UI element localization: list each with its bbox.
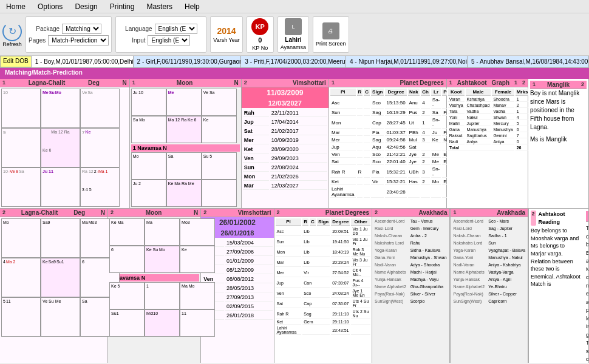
top-navamsa-grid: Mo Sa Su 5 Ju 2 Ke Ma Ra Me [131, 152, 237, 207]
bottom-moon-title: Moon [146, 209, 162, 216]
top-moon-grid: Ju 10 Me Ve Sa Su Mo Ma 12 Ra Ke 6 Ke [131, 89, 237, 143]
right-panels: 2 Ashtakoot Reading Boy belongs to Moosh… [528, 209, 584, 363]
cell-11: 9 [1, 128, 41, 167]
top-avak-header: 1 Avakhada [451, 209, 528, 217]
menu-bar: Home Options Design Printing Masters Hel… [0, 0, 589, 13]
menu-design[interactable]: Design [71, 1, 101, 12]
table-row: SunLib19:41:50Vis 1 Ju Fr [276, 237, 371, 246]
list-item: Ven29/09/2023 [243, 155, 327, 163]
top-ashtak-header: 1 Ashtakoot Graph 1 2 [447, 79, 528, 87]
person-tab-1[interactable]: 1 - Boy,M,01/01/1987,05:00:00,Delhi,Indi… [32, 56, 134, 67]
list-item: Ascendent-LordSco - Mars [452, 218, 526, 224]
list-item: Name Alphabet2Gha-Ghanprabha [373, 284, 448, 290]
top-avak-title: Avakhada [497, 209, 525, 216]
table-row: VenSco21:42:21Jye2MeEn [330, 152, 454, 158]
table-row: SatCap07:36:07Uts 4 Su Fr [276, 299, 371, 308]
top-vimsh-rah-date1: 11/03/2009 [242, 87, 329, 98]
nature-panel: Nature The compatibility between Boy and… [584, 209, 589, 363]
list-item: Yoga-KaranVyaghapat - Balava [452, 248, 526, 254]
top-lagna-header: 1 Lagna-Chalit Deg N [0, 79, 129, 87]
person-tab-2[interactable]: 2 - Girl,F,06/11/1990,19:30:00,Gurgaon,I… [134, 56, 242, 67]
bottom-lagna-n: N [101, 209, 105, 216]
varsh-group: 2014 Varsh Year [210, 16, 242, 53]
pages-select[interactable]: Match-Prediction [48, 35, 109, 46]
lahiri-icon: L [285, 18, 302, 35]
bottom-lagna-title: Lagna-Chalit [21, 209, 58, 216]
bottom-vimsh-header: 2 Vimshottari [201, 209, 273, 217]
nature-header: Nature [586, 211, 589, 222]
refresh-button[interactable]: ↻ Refresh [2, 22, 22, 47]
bottom-lagna-chart: 2 Lagna-Chalit Deg N Mo Sa9 MaMo3 4Ma 2 … [0, 209, 108, 363]
print-screen-group[interactable]: 🖨 Print Screen [313, 16, 349, 53]
table-row: MarLib20:29:24Vis 3 Ju Fr [276, 258, 371, 267]
list-item: Paya(Rasi-Nak)Silver - Copper [452, 291, 526, 297]
input-label: Input [132, 37, 145, 44]
toolbar: ↻ Refresh Package Matching Pages Match-P… [0, 13, 589, 56]
list-item: SunSign(West)Capricorn [452, 298, 526, 305]
top-row: 1 Lagna-Chalit Deg N 10 Me Su [0, 79, 589, 209]
top-manglik-header: 1 Manglik 2 [530, 81, 587, 89]
ayanamsa-group: L Lahiri Ayanamsa [277, 16, 309, 53]
list-item: Rah22/11/2011 [243, 109, 327, 117]
cell-9: Ju 11 [41, 167, 80, 207]
list-item: Naksh-CharanArdra - 2 [373, 233, 448, 239]
print-screen-label: Print Screen [316, 41, 346, 47]
refresh-label: Refresh [2, 41, 22, 47]
person-tab-4[interactable]: 4 - Nipun Harjai,M,01/11/1991,09:27:00,N… [346, 56, 468, 67]
person-tab-3[interactable]: 3 - Priti,F,17/04/2000,03:20:00,Meerut,I… [241, 56, 346, 67]
package-select[interactable]: Matching [62, 24, 101, 34]
table-row: KetGem29:11:10 [276, 320, 371, 325]
edit-dob-button[interactable]: Edit DOB [0, 56, 32, 67]
menu-home[interactable]: Home [2, 1, 29, 12]
bottom-avak-title: Avakhada [419, 209, 448, 216]
person-tab-5[interactable]: 5 - Anubhav Bansal,M,16/08/1984,14:43:00… [468, 56, 589, 67]
list-item: Nakshatra LordRahu [373, 240, 448, 246]
person-tabs: Edit DOB 1 - Boy,M,01/01/1987,05:00:00,D… [0, 56, 589, 68]
menu-help[interactable]: Help [181, 1, 203, 12]
top-vimsh-header: 2 Vimshottari [242, 79, 329, 87]
cell-10: 10 -Ve 8 Sa [1, 167, 41, 207]
input-select[interactable]: English (E [148, 35, 190, 46]
bottom-moon-chart: 2 Moon N Ke Ma Ma Mo3 6 Ke Su Mo Ke 2 Na… [108, 209, 201, 363]
language-select[interactable]: English (E [155, 24, 197, 34]
list-item: Yunja-HansakMadhya - Vayu [373, 277, 448, 283]
bottom-moon-header: 2 Moon N [108, 209, 200, 217]
list-item: Yunja-HansakAntya - Agni [452, 277, 526, 283]
bottom-pd-header: 2 Planet Degrees [274, 209, 372, 217]
cell-center: Ma 12 Ra Ke 6 [41, 128, 80, 167]
bottom-moon-grid: Ke Ma Ma Mo3 6 Ke Su Mo Ke [109, 218, 216, 273]
list-item: Rasi-LordGem - Mercury [373, 226, 448, 232]
bottom-planet-degrees: 2 Planet Degrees Pl R C Sign Degree Othe… [274, 209, 373, 363]
top-pd-header: 1 Planet Degrees [329, 79, 446, 87]
list-item: Name AlphabetsMachi - Harjai [373, 269, 448, 275]
top-lagna-grid: 10 Me Su Mo Ve Sa 9 [1, 89, 120, 207]
menu-options[interactable]: Options [34, 1, 66, 12]
table-row: SunSag16:19:29Pus2SaFr [330, 110, 454, 116]
list-item: Sat21/02/2017 [243, 127, 327, 135]
list-item: Yoga-KaranSidha - Kaulava [373, 248, 448, 254]
cell-1: Me Su Mo [41, 89, 80, 128]
table-row: Rah RRPia15:32:21UBh3Sn-- [330, 166, 454, 178]
refresh-icon: ↻ [2, 22, 22, 41]
cell-4: Ra 12 2 -Ma 1 3 4 5 [80, 167, 120, 207]
table-row: KetVir15:32:21Has2MoEn [330, 179, 454, 185]
menu-printing[interactable]: Printing [106, 1, 138, 12]
menu-masters[interactable]: Masters [143, 1, 176, 12]
kp-label: KP No [252, 45, 268, 51]
list-item: Mer10/09/2019 [243, 136, 327, 144]
bottom-pd-title: Planet Degrees [325, 209, 369, 216]
top-planet-degrees: 1 Planet Degrees Pl R C Sign Degree Nak … [329, 79, 447, 208]
bottom-row: 2 Lagna-Chalit Deg N Mo Sa9 MaMo3 4Ma 2 … [0, 209, 589, 363]
list-item: Nadi-VaranAntya - Kshatriya [452, 262, 526, 268]
package-label: Package [36, 25, 60, 32]
top-manglik: 1 Manglik 2 Boy is not Manglik since Mar… [528, 79, 589, 208]
list-item: Name Alphabet2Ye-Bhairu [452, 284, 526, 290]
charts-container: 1 Lagna-Chalit Deg N 10 Me Su [0, 79, 589, 363]
cell-2: Ve Sa [80, 89, 120, 128]
list-item: Name AlphabetsVastya-Varga [452, 269, 526, 275]
ashtak-reading-panel: 2 Ashtakoot Reading Boy belongs to Moosh… [529, 209, 584, 363]
list-item: Ket28/09/2020 [243, 146, 327, 153]
table-row: MarPia01:03:37PBh4JuFr [330, 130, 454, 136]
bottom-navamsa-grid: Ke 5 1 Ma Mo Su1 Mct10 11 [109, 282, 216, 337]
top-lagna-deg: Deg [88, 79, 100, 86]
